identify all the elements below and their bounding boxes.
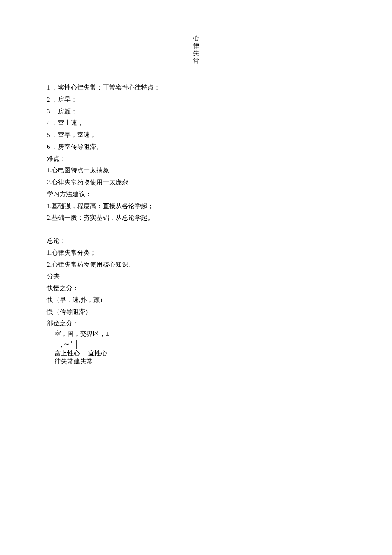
- general-1: 1.心律失常分类；: [47, 247, 349, 259]
- title-char-4: 常: [43, 57, 349, 65]
- diagram-row-3b: 宜性心: [88, 350, 107, 357]
- classify-heading: 分类: [47, 270, 349, 282]
- title-char-2: 律: [43, 42, 349, 49]
- diagram-row-4: 律失常建失常: [55, 357, 349, 366]
- diagram-row-3: 富上性心 宜性心: [55, 349, 349, 358]
- method-2: 2.基础一般：夯实基础，从总论学起。: [47, 212, 349, 224]
- location-heading: 部位之分：: [47, 318, 349, 330]
- difficulty-2: 2.心律失常药物使用一太庞杂: [47, 177, 349, 189]
- outline-item-1: 1 ．窦性心律失常；正常窦性心律特点；: [47, 82, 349, 94]
- diagram-row-2: ,~'|: [55, 338, 349, 349]
- speed-fast: 快（早，速,扑，颤）: [47, 294, 349, 306]
- outline-item-3: 3 ．房颤；: [47, 106, 349, 118]
- speed-heading: 快慢之分：: [47, 282, 349, 294]
- outline-item-6: 6 ．房室传导阻滞。: [47, 141, 349, 153]
- difficulty-1: 1.心电图特点一太抽象: [47, 165, 349, 177]
- title-char-3: 失: [43, 49, 349, 57]
- diagram-row-3a: 富上性心: [55, 350, 80, 357]
- document-body: 1 ．窦性心律失常；正常窦性心律特点； 2 ．房早； 3 ．房颤； 4 ．室上速…: [43, 82, 349, 366]
- outline-item-4: 4 ．室上速；: [47, 117, 349, 129]
- page-title: 心 律 失 常: [43, 34, 349, 65]
- difficulties-heading: 难点：: [47, 153, 349, 165]
- outline-item-5: 5 ．室早，室速；: [47, 129, 349, 141]
- location-diagram: 室，国，交界区，± ,~'| 富上性心 宜性心 律失常建失常: [47, 330, 349, 366]
- title-char-1: 心: [43, 34, 349, 42]
- diagram-row-1: 室，国，交界区，±: [55, 330, 349, 338]
- method-1: 1.基础强，程度高：直接从各论学起；: [47, 200, 349, 212]
- general-heading: 总论：: [47, 235, 349, 247]
- speed-slow: 慢（传导阻滞）: [47, 306, 349, 318]
- outline-item-2: 2 ．房早；: [47, 94, 349, 106]
- methods-heading: 学习方法建议：: [47, 189, 349, 200]
- general-2: 2.心律失常药物使用核心知识。: [47, 259, 349, 271]
